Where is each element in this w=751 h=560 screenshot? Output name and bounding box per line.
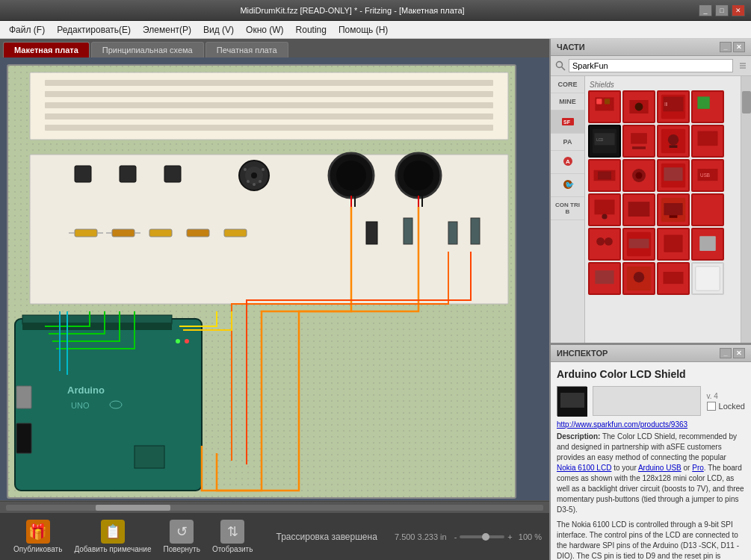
cat-pa[interactable]: PA bbox=[551, 134, 584, 151]
svg-point-19 bbox=[259, 180, 262, 183]
menu-item-window[interactable]: Окно (W) bbox=[240, 23, 290, 37]
nokia-link[interactable]: Nokia 6100 LCD bbox=[557, 464, 611, 472]
status-text: Трассировка завершена bbox=[259, 532, 395, 542]
window-controls: _ □ ✕ bbox=[699, 4, 745, 16]
locked-checkbox[interactable] bbox=[707, 402, 716, 411]
menubar: Файл (F)Редактировать(E)Элемент(P)Вид (V… bbox=[0, 21, 751, 39]
tab-schematic[interactable]: Принципиальная схема bbox=[91, 42, 204, 57]
part-item[interactable] bbox=[657, 262, 690, 295]
svg-point-47 bbox=[176, 339, 180, 343]
menu-item-file[interactable]: Файл (F) bbox=[3, 23, 51, 37]
parts-panel-close[interactable]: ✕ bbox=[733, 42, 745, 52]
part-item[interactable] bbox=[691, 193, 724, 226]
part-item[interactable] bbox=[657, 228, 690, 261]
parts-row-1: ||| bbox=[588, 90, 738, 123]
parts-row-4 bbox=[588, 193, 738, 226]
svg-text:A: A bbox=[566, 158, 570, 165]
cat-sparkfun[interactable]: SF bbox=[551, 111, 584, 134]
svg-rect-28 bbox=[112, 229, 135, 237]
flip-button[interactable]: ⇅ Отобразить bbox=[206, 517, 259, 556]
svg-point-20 bbox=[253, 183, 256, 186]
svg-text:UNO: UNO bbox=[71, 401, 90, 410]
svg-point-17 bbox=[262, 168, 265, 171]
horizontal-scrollbar[interactable] bbox=[0, 501, 549, 513]
cat-extra1[interactable]: A bbox=[551, 151, 584, 174]
svg-rect-110 bbox=[593, 232, 616, 256]
parts-grid-area: CORE MINE SF PA A 🐦 CON TRIB bbox=[551, 76, 751, 343]
svg-rect-37 bbox=[471, 218, 480, 244]
cat-core[interactable]: CORE bbox=[551, 76, 584, 93]
search-input[interactable] bbox=[569, 59, 733, 72]
part-item[interactable] bbox=[657, 193, 690, 226]
svg-rect-11 bbox=[120, 166, 136, 182]
part-item[interactable] bbox=[588, 159, 621, 192]
part-item-selected[interactable]: LCD bbox=[588, 125, 621, 158]
part-item[interactable] bbox=[657, 125, 690, 158]
svg-rect-127 bbox=[560, 393, 584, 408]
menu-item-edit[interactable]: Редактировать(E) bbox=[51, 23, 137, 37]
arduino-pro-link[interactable]: Pro bbox=[692, 464, 704, 472]
part-item[interactable] bbox=[622, 90, 655, 123]
menu-item-help[interactable]: Помощь (H) bbox=[333, 23, 394, 37]
component-description2: The Nokia 6100 LCD is controlled through… bbox=[557, 520, 745, 560]
inspector-header-controls: _ ✕ bbox=[720, 348, 745, 358]
component-link[interactable]: http://www.sparkfun.com/products/9363 bbox=[557, 420, 745, 429]
close-btn[interactable]: ✕ bbox=[732, 4, 745, 16]
part-item[interactable] bbox=[691, 262, 724, 295]
zoom-plus[interactable]: + bbox=[507, 532, 512, 541]
inspector-minimize[interactable]: _ bbox=[720, 348, 732, 358]
part-item[interactable] bbox=[622, 159, 655, 192]
part-item[interactable] bbox=[588, 228, 621, 261]
part-item[interactable] bbox=[622, 262, 655, 295]
zoom-level: 100 % bbox=[519, 532, 542, 541]
part-item[interactable] bbox=[588, 262, 621, 295]
tab-breadboard[interactable]: Макетная плата bbox=[3, 42, 90, 57]
inspector-close[interactable]: ✕ bbox=[733, 348, 745, 358]
cat-contrib[interactable]: CON TRIB bbox=[551, 197, 584, 220]
svg-rect-78 bbox=[698, 97, 710, 109]
menu-item-view[interactable]: Вид (V) bbox=[197, 23, 240, 37]
parts-scrollbar[interactable] bbox=[741, 76, 751, 343]
svg-rect-34 bbox=[366, 222, 377, 244]
part-item[interactable] bbox=[588, 193, 621, 226]
svg-text:Arduino: Arduino bbox=[67, 385, 105, 396]
svg-point-14 bbox=[245, 167, 263, 184]
part-item[interactable] bbox=[691, 125, 724, 158]
part-item[interactable]: ||| bbox=[657, 90, 690, 123]
cat-mine[interactable]: MINE bbox=[551, 93, 584, 111]
svg-rect-36 bbox=[448, 222, 457, 244]
zoom-minus[interactable]: - bbox=[454, 532, 457, 541]
svg-point-24 bbox=[404, 161, 433, 190]
part-item[interactable] bbox=[622, 193, 655, 226]
svg-rect-4 bbox=[45, 80, 493, 86]
circuit-canvas[interactable]: Arduino UNO bbox=[0, 57, 549, 500]
cat-extra2[interactable]: 🐦 bbox=[551, 174, 584, 197]
component-preview bbox=[593, 386, 701, 416]
svg-rect-114 bbox=[629, 239, 649, 249]
locked-row: Locked bbox=[707, 402, 745, 411]
arduino-usb-link[interactable]: Arduino USB bbox=[638, 464, 682, 472]
maximize-btn[interactable]: □ bbox=[715, 4, 729, 16]
menu-item-element[interactable]: Элемент(P) bbox=[137, 23, 197, 37]
locked-label: Locked bbox=[719, 402, 745, 411]
part-item[interactable] bbox=[691, 90, 724, 123]
inspector-meta-col: v. 4 Locked bbox=[707, 392, 745, 411]
part-item[interactable] bbox=[622, 228, 655, 261]
svg-rect-89 bbox=[698, 131, 718, 146]
part-item[interactable]: USB bbox=[691, 159, 724, 192]
part-item[interactable] bbox=[622, 125, 655, 158]
svg-rect-120 bbox=[595, 270, 614, 284]
part-item[interactable] bbox=[588, 90, 621, 123]
svg-rect-31 bbox=[149, 229, 172, 237]
part-item[interactable] bbox=[657, 159, 690, 192]
parts-panel-minimize[interactable]: _ bbox=[720, 42, 732, 52]
minimize-btn[interactable]: _ bbox=[699, 4, 712, 16]
tab-pcb[interactable]: Печатная плата bbox=[205, 42, 288, 57]
zoom-slider[interactable] bbox=[460, 535, 504, 538]
publish-button[interactable]: 🎁 Опубликовать bbox=[7, 517, 68, 556]
rotate-button[interactable]: ↺ Повернуть bbox=[157, 517, 205, 556]
add-note-button[interactable]: 📋 Добавить примечание bbox=[68, 517, 157, 556]
component-title: Arduino Color LCD Shield bbox=[557, 368, 745, 380]
menu-item-routing[interactable]: Routing bbox=[290, 23, 333, 37]
part-item[interactable] bbox=[691, 228, 724, 261]
